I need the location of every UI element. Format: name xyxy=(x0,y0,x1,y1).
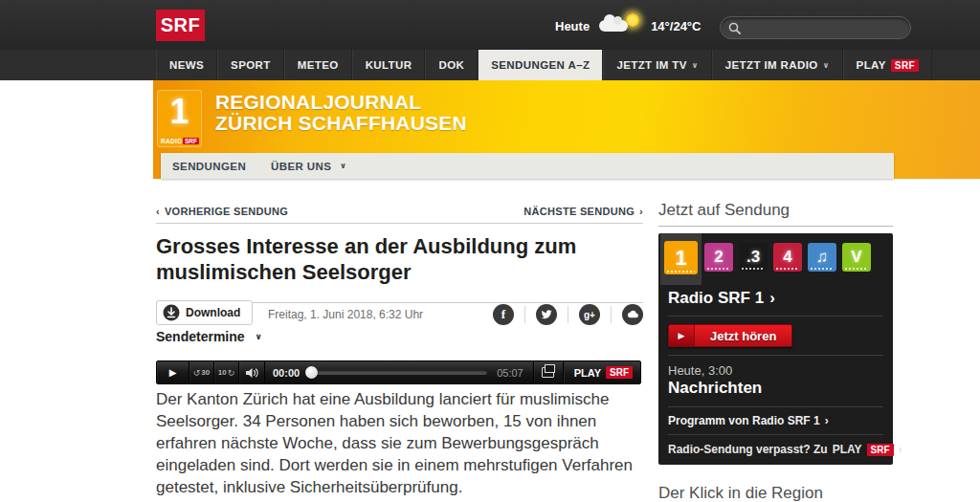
srf-red-badge: SRF xyxy=(867,444,894,456)
now-playing-time: Heute, 3:00 xyxy=(658,356,893,379)
listen-now-button[interactable]: ▶ Jetzt hören xyxy=(668,324,792,347)
rotate-ccw-icon xyxy=(193,368,201,378)
popout-icon xyxy=(542,367,554,378)
play-srf-link[interactable]: PLAY SRF xyxy=(564,361,640,383)
temperature-label: 14°/24°C xyxy=(651,19,701,33)
next-show-link[interactable]: NÄCHSTE SENDUNG › xyxy=(523,206,643,217)
station-tab-radio-srf-musikwelle[interactable]: ♫ xyxy=(805,233,839,285)
article-column: ‹ VORHERIGE SENDUNG NÄCHSTE SENDUNG › Gr… xyxy=(156,201,643,502)
skip-forward-10-button[interactable]: 10 xyxy=(214,361,239,383)
logo-radio-label: RADIO xyxy=(161,138,182,144)
previous-show-link[interactable]: ‹ VORHERIGE SENDUNG xyxy=(156,206,288,217)
station-tab-radio-srf-2-kultur[interactable]: 2 xyxy=(702,233,736,285)
divider xyxy=(524,306,525,323)
article-body: Der Kanton Zürich hat eine Ausbildung la… xyxy=(156,388,636,498)
twitter-icon[interactable] xyxy=(536,304,557,325)
nav-item-sport[interactable]: SPORT xyxy=(217,50,284,80)
nav-item-kultur[interactable]: KULTUR xyxy=(352,50,426,80)
sidebar: Jetzt auf Sendung 1 2 .3 4 ♫ xyxy=(658,201,893,502)
popout-player-button[interactable] xyxy=(533,361,564,383)
nav-item-news[interactable]: NEWS xyxy=(156,50,217,80)
page-title: REGIONALJOURNAL ZÜRICH SCHAFFHAUSEN xyxy=(215,92,467,134)
article-title: Grosses Interesse an der Ausbildung zum … xyxy=(156,233,596,285)
play-button[interactable]: ▶ xyxy=(157,361,189,383)
prev-next-row: ‹ VORHERIGE SENDUNG NÄCHSTE SENDUNG › xyxy=(156,206,643,217)
search-icon xyxy=(728,22,741,34)
top-header: SRF Heute 14°/24°C xyxy=(0,0,980,51)
chevron-down-icon: ∨ xyxy=(692,61,699,70)
sendetermine-dropdown[interactable]: Sendetermine ∨ xyxy=(156,329,262,344)
search-input[interactable] xyxy=(746,20,902,35)
current-time: 00:00 xyxy=(273,367,300,379)
nav-item-dok[interactable]: DOK xyxy=(425,50,478,80)
srf-red-badge: SRF xyxy=(606,366,633,379)
onair-heading: Jetzt auf Sendung xyxy=(658,201,893,220)
divider xyxy=(156,223,643,224)
subnav-item-ueber-uns[interactable]: ÜBER UNS∨ xyxy=(271,161,346,172)
nav-left-group: NEWS SPORT METEO KULTUR DOK xyxy=(156,50,478,80)
missed-show-link[interactable]: Radio-Sendung verpasst? Zu PLAY SRF › xyxy=(658,435,893,456)
chevron-down-icon: ∨ xyxy=(340,162,346,170)
chevron-right-icon: › xyxy=(899,443,902,456)
now-playing-show: Nachrichten xyxy=(658,379,893,406)
rotate-cw-icon xyxy=(228,368,235,378)
nav-item-jetzt-im-tv[interactable]: JETZT IM TV∨ xyxy=(603,50,711,80)
show-subnav: SENDUNGEN ÜBER UNS∨ xyxy=(161,153,894,179)
station-tab-radio-srf-3[interactable]: .3 xyxy=(736,233,770,285)
region-heading: Der Klick in die Region xyxy=(658,484,893,502)
logo-srf-badge: SRF xyxy=(183,138,199,144)
googleplus-icon[interactable]: g+ xyxy=(579,304,600,325)
play-icon: ▶ xyxy=(669,325,695,346)
station-tab-radio-srf-virus[interactable]: V xyxy=(839,233,874,285)
station-tab-radio-srf-1[interactable]: 1 xyxy=(660,233,702,285)
station-tabs: 1 2 .3 4 ♫ V xyxy=(658,233,893,285)
now-on-air-box: 1 2 .3 4 ♫ V Radio SRF 1 xyxy=(658,233,893,465)
social-share-bar: f g+ xyxy=(493,304,643,325)
publish-date: Freitag, 1. Juni 2018, 6:32 Uhr xyxy=(268,308,423,321)
chevron-down-icon: ∨ xyxy=(823,61,830,70)
divider xyxy=(611,306,612,323)
current-station-link[interactable]: Radio SRF 1 › xyxy=(658,285,893,316)
srf-logo[interactable]: SRF xyxy=(156,10,205,41)
chevron-right-icon: › xyxy=(825,414,829,427)
nav-item-jetzt-im-radio[interactable]: JETZT IM RADIO∨ xyxy=(712,50,843,80)
radio-srf-1-logo[interactable]: 1 RADIO SRF xyxy=(157,90,202,147)
volume-button[interactable] xyxy=(239,361,265,383)
station-banner: 1 RADIO SRF REGIONALJOURNAL ZÜRICH SCHAF… xyxy=(153,80,980,179)
download-icon xyxy=(163,304,180,321)
audio-player: ▶ 30 10 00:00 05:07 PLAY xyxy=(156,360,641,384)
chevron-left-icon: ‹ xyxy=(156,206,160,217)
weather-widget[interactable]: Heute 14°/24°C xyxy=(555,13,701,38)
skip-back-30-button[interactable]: 30 xyxy=(189,361,214,383)
program-link[interactable]: Programm von Radio SRF 1 › xyxy=(658,407,893,434)
divider xyxy=(568,306,568,323)
srf-red-badge: SRF xyxy=(891,59,919,72)
facebook-icon[interactable]: f xyxy=(493,304,514,325)
nav-right-group: SENDUNGEN A–Z JETZT IM TV∨ JETZT IM RADI… xyxy=(478,50,932,80)
srf-regionaljournal-page: SRF Heute 14°/24°C NEWS SPORT METEO KULT… xyxy=(0,0,980,502)
search-box xyxy=(720,16,911,39)
seek-bar[interactable] xyxy=(307,370,487,375)
divider xyxy=(658,226,893,227)
nav-item-meteo[interactable]: METEO xyxy=(284,50,352,80)
logo-number: 1 xyxy=(158,91,201,133)
nav-item-sendungen-az[interactable]: SENDUNGEN A–Z xyxy=(478,50,603,80)
speaker-icon xyxy=(245,367,258,379)
weather-day-label: Heute xyxy=(555,19,590,33)
chevron-down-icon: ∨ xyxy=(256,332,262,341)
subnav-item-sendungen[interactable]: SENDUNGEN xyxy=(172,161,246,172)
download-button[interactable]: Download xyxy=(156,300,253,325)
seek-knob[interactable] xyxy=(305,366,318,379)
nav-item-play-srf[interactable]: PLAYSRF xyxy=(843,50,932,80)
partly-cloudy-icon xyxy=(599,13,641,38)
duration: 05:07 xyxy=(497,367,523,379)
chevron-right-icon: › xyxy=(639,206,643,217)
chevron-right-icon: › xyxy=(769,289,775,308)
station-tab-radio-srf-4-news[interactable]: 4 xyxy=(770,233,805,285)
share-icon[interactable] xyxy=(622,304,643,325)
divider xyxy=(668,316,883,316)
main-navigation: NEWS SPORT METEO KULTUR DOK SENDUNGEN A–… xyxy=(0,50,980,80)
